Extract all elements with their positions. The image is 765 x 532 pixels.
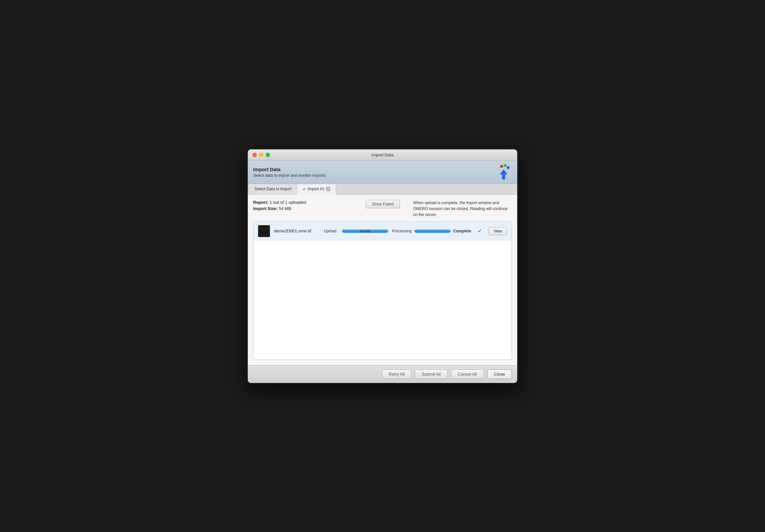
- header-subtitle: Select data to import and monitor import…: [253, 173, 327, 178]
- tab-select-label: Select Data to Import: [255, 187, 292, 191]
- table-row: demo2D001.ome.tif Upload 54 MB Processin…: [254, 222, 511, 241]
- retry-all-button[interactable]: Retry All: [382, 369, 411, 379]
- file-thumbnail: [258, 225, 270, 237]
- window-title: Import Data: [371, 153, 394, 157]
- upload-section: Upload 54 MB: [324, 229, 388, 234]
- header-left: Import Data Select data to import and mo…: [253, 167, 327, 178]
- svg-marker-3: [500, 169, 507, 180]
- upload-size: 54 MB: [360, 230, 370, 233]
- cancel-all-button[interactable]: Cancel All: [451, 369, 484, 379]
- complete-label: Complete: [453, 229, 471, 234]
- report-label: Report:: [253, 200, 268, 205]
- done-checkmark: ✔: [478, 228, 482, 234]
- content-area: Report: 1 out of 1 uploaded Import Size:…: [248, 195, 517, 365]
- footer: Retry All Submit All Cancel All Close: [248, 365, 517, 383]
- upload-label: Upload: [324, 229, 339, 234]
- processing-progress-bar: [414, 230, 451, 233]
- svg-point-1: [504, 164, 506, 167]
- import-size-line: Import Size: 54 MB: [253, 206, 353, 211]
- processing-label: Processing: [392, 229, 411, 234]
- tab-import1-close[interactable]: ↺: [326, 187, 331, 191]
- import-list: demo2D001.ome.tif Upload 54 MB Processin…: [253, 222, 512, 360]
- titlebar: Import Data: [248, 150, 517, 161]
- tabs-bar: Select Data to Import ✔ Import #1 ↺: [248, 184, 517, 195]
- svg-point-2: [506, 166, 509, 169]
- omero-icon: [495, 164, 512, 181]
- header-bar: Import Data Select data to import and mo…: [248, 161, 517, 184]
- report-bar: Report: 1 out of 1 uploaded Import Size:…: [253, 200, 512, 218]
- upload-progress-bar: 54 MB: [342, 230, 388, 233]
- tab-import1[interactable]: ✔ Import #1 ↺: [297, 184, 337, 195]
- import-dialog: Import Data Import Data Select data to i…: [248, 149, 517, 383]
- view-button[interactable]: View: [488, 227, 507, 235]
- close-button[interactable]: Close: [487, 369, 512, 379]
- maximize-traffic-light[interactable]: [266, 153, 270, 157]
- submit-all-button[interactable]: Submit All: [415, 369, 448, 379]
- minimize-traffic-light[interactable]: [259, 153, 263, 157]
- show-failed-button[interactable]: Show Failed: [366, 200, 400, 209]
- import-size-value: 54 MB: [279, 206, 291, 211]
- import-size-label: Import Size:: [253, 206, 278, 211]
- report-line: Report: 1 out of 1 uploaded: [253, 200, 353, 205]
- processing-progress-fill: [414, 230, 451, 233]
- report-info: Report: 1 out of 1 uploaded Import Size:…: [253, 200, 353, 212]
- processing-section: Processing Complete: [392, 229, 471, 234]
- close-traffic-light[interactable]: [253, 153, 257, 157]
- svg-point-0: [500, 165, 503, 168]
- file-name: demo2D001.ome.tif: [274, 229, 320, 234]
- header-title: Import Data: [253, 167, 327, 172]
- tab-select-data[interactable]: Select Data to Import: [249, 184, 297, 194]
- traffic-lights: [253, 153, 270, 157]
- report-value: 1 out of 1 uploaded: [270, 200, 306, 205]
- tab-import1-label: Import #1: [308, 187, 325, 191]
- notice-text: When upload is complete, the import wind…: [413, 200, 512, 218]
- tab-import1-check: ✔: [303, 187, 306, 192]
